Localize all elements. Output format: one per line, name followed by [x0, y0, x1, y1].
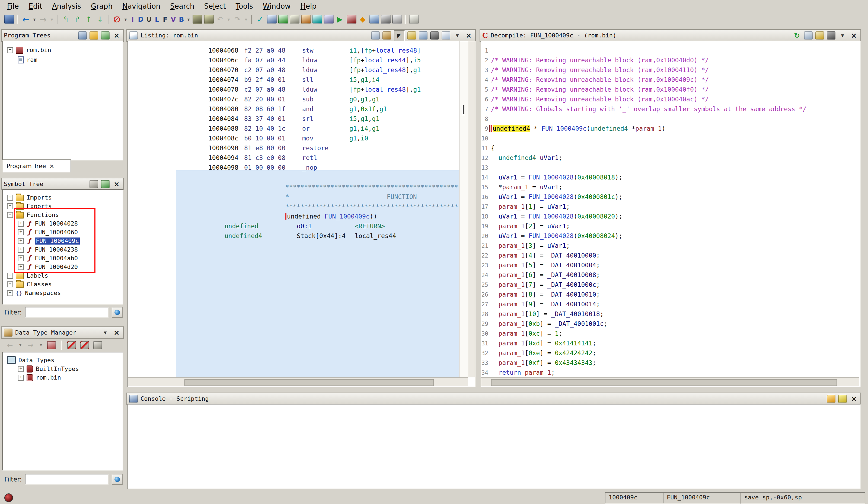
menu-search[interactable]: Search — [165, 1, 199, 11]
forward-button[interactable]: → — [38, 13, 49, 25]
listing-row[interactable]: 1000408882 10 40 1corg1,i4,g1 — [128, 124, 459, 133]
copy-button[interactable] — [371, 31, 380, 40]
menu-tools[interactable]: Tools — [231, 1, 258, 11]
expand-icon[interactable]: + — [18, 255, 24, 261]
pin-button[interactable] — [90, 180, 98, 188]
decompile-line[interactable]: 27 param_1[9] = _DAT_40010014; — [481, 299, 858, 309]
decompile-line[interactable]: 13 — [481, 163, 858, 172]
expand-icon[interactable]: + — [18, 220, 24, 227]
close-symbol-tree-button[interactable]: × — [112, 180, 121, 188]
clear-console-button[interactable] — [838, 395, 847, 403]
decompile-line[interactable]: 25 param_1[7] = _DAT_4001000c; — [481, 280, 858, 290]
decompile-line[interactable]: 6/* WARNING: Removing unreachable block … — [481, 94, 858, 104]
open-folder-button[interactable] — [90, 31, 98, 40]
listing-row[interactable]: 10004070c2 07 a0 48lduw[fp+local_res48],… — [128, 65, 459, 75]
plate-comment-row[interactable]: * FUNCTION * — [128, 192, 459, 202]
listing-horizontal-scrollbar[interactable] — [128, 377, 468, 386]
decompile-line[interactable]: 10 — [481, 133, 858, 143]
back-menu-button[interactable]: ▾ — [31, 13, 38, 25]
redo-button[interactable]: ↷ — [232, 13, 243, 25]
copy-button[interactable] — [804, 31, 813, 40]
tree-item-fun-10004ab0[interactable]: +ƒFUN_10004ab0 — [3, 254, 123, 262]
tree-item-namespaces[interactable]: +{}Namespaces — [3, 288, 123, 297]
decompile-line[interactable]: 12 undefined4 uVar1; — [481, 153, 858, 163]
function-signature-row[interactable]: undefined FUN_1000409c() — [128, 211, 459, 221]
decompile-line[interactable]: 5/* WARNING: Removing unreachable block … — [481, 85, 858, 94]
tree-item-builtintypes[interactable]: +BuiltInTypes — [3, 364, 123, 373]
decompile-line[interactable]: 20 uVar1 = FUN_10004028(0x40008024); — [481, 231, 858, 241]
dtm-menu-button[interactable]: ▾ — [101, 328, 110, 337]
listing-row[interactable]: 1000408082 08 60 1fandg1,0x1f,g1 — [128, 104, 459, 114]
cursor-location-button[interactable]: ◤ — [394, 30, 405, 41]
expand-icon[interactable]: + — [7, 272, 13, 279]
call-graph-button[interactable] — [311, 13, 323, 25]
snapshot-button[interactable] — [430, 31, 439, 40]
listing-menu-button[interactable]: ▾ — [453, 31, 462, 40]
scrollbar-thumb[interactable] — [491, 379, 837, 386]
decompile-line[interactable]: 24 param_1[6] = _DAT_40010008; — [481, 270, 858, 280]
analysis-check-button[interactable]: ✓ — [255, 13, 266, 25]
decompile-line[interactable]: 16 uVar1 = FUN_10004028(0x4000801c); — [481, 192, 858, 202]
tree-item-rom-bin[interactable]: +rom.bin — [3, 373, 123, 382]
tree-item-labels[interactable]: +Labels — [3, 271, 123, 280]
symbol-refresh-button[interactable] — [101, 180, 110, 188]
listing-row[interactable]: 1000406cfa 07 a0 44lduw[fp+local_res44],… — [128, 55, 459, 65]
filter-arrays-button[interactable] — [79, 339, 90, 351]
clear-code-bytes-button[interactable]: ∅ — [111, 13, 123, 25]
decompile-line[interactable]: 30 param_1[0xc] = 1; — [481, 328, 858, 338]
snapshot-button[interactable] — [827, 31, 836, 40]
symbol-table-button[interactable] — [323, 13, 334, 25]
decompile-menu-button[interactable]: ▾ — [838, 31, 847, 40]
decompile-line[interactable]: 23 param_1[5] = _DAT_40010004; — [481, 260, 858, 270]
plate-comment-row[interactable]: ****************************************… — [128, 202, 459, 211]
expand-icon[interactable]: + — [18, 246, 24, 252]
byte-viewer-button[interactable] — [266, 13, 277, 25]
next-datatype-button[interactable]: → — [25, 339, 37, 351]
listing-row[interactable]: 1000409081 e8 00 00restore — [128, 143, 459, 153]
decompile-line[interactable]: 8 — [481, 114, 858, 124]
close-tab-icon[interactable]: × — [49, 163, 54, 170]
close-listing-button[interactable]: × — [464, 31, 473, 40]
close-dtm-button[interactable]: × — [112, 328, 121, 337]
symbol-tree[interactable]: +Imports+Exports−Functions+ƒFUN_10004028… — [2, 189, 123, 305]
listing-row[interactable]: 1000408483 37 40 01srli5,g1,g1 — [128, 114, 459, 124]
decompile-line[interactable]: 22 param_1[4] = _DAT_40010000; — [481, 251, 858, 260]
collapse-all-button[interactable] — [92, 339, 103, 351]
letter-d-button[interactable]: D — [137, 13, 145, 25]
edit-fields-button[interactable] — [407, 31, 416, 40]
register-window-button[interactable] — [368, 13, 380, 25]
decompile-line[interactable]: 18 uVar1 = FUN_10004028(0x40008020); — [481, 211, 858, 221]
tree-item-classes[interactable]: +Classes — [3, 280, 123, 288]
letter-u-button[interactable]: U — [145, 13, 153, 25]
decompile-line[interactable]: 11{ — [481, 143, 858, 153]
toggle-header-button[interactable] — [442, 31, 450, 40]
tree-item-functions[interactable]: −Functions — [3, 210, 123, 219]
back-button[interactable]: ← — [20, 13, 31, 25]
text-search-button[interactable] — [203, 13, 214, 25]
next-datatype-menu-button[interactable]: ▾ — [38, 339, 44, 351]
tree-item-fun-10004028[interactable]: +ƒFUN_10004028 — [3, 219, 123, 228]
script-manager-button[interactable]: ▶ — [334, 13, 345, 25]
program-tree[interactable]: −rom.binram — [2, 41, 123, 160]
diff-view-button[interactable] — [419, 31, 427, 40]
bookmark-button[interactable]: ◆ — [357, 13, 368, 25]
collapse-icon[interactable]: − — [7, 212, 13, 218]
expand-icon[interactable]: + — [7, 195, 13, 200]
listing-vertical-scrollbar[interactable] — [468, 41, 475, 377]
relocation-table-button[interactable] — [391, 13, 403, 25]
conflict-mode-button[interactable] — [45, 339, 57, 351]
console-output[interactable] — [127, 404, 861, 489]
listing-row[interactable]: 10004078c2 07 a0 48lduw[fp+local_res48],… — [128, 85, 459, 94]
prev-code-unit-button[interactable]: ↰ — [60, 13, 72, 25]
decompile-line[interactable]: 28 param_1[10] = _DAT_40010018; — [481, 309, 858, 319]
next-function-button[interactable]: ↓ — [94, 13, 106, 25]
expand-icon[interactable]: + — [18, 375, 24, 380]
letter-l-button[interactable]: L — [153, 13, 161, 25]
decompile-line[interactable]: 34 return param_1; — [481, 368, 858, 377]
expand-icon[interactable]: + — [18, 366, 24, 372]
memory-search-button[interactable] — [192, 13, 203, 25]
filter-pointers-button[interactable] — [66, 339, 77, 351]
menu-edit[interactable]: Edit — [24, 1, 47, 11]
menu-select[interactable]: Select — [199, 1, 231, 11]
tree-item-rom-bin[interactable]: −rom.bin — [3, 45, 123, 54]
